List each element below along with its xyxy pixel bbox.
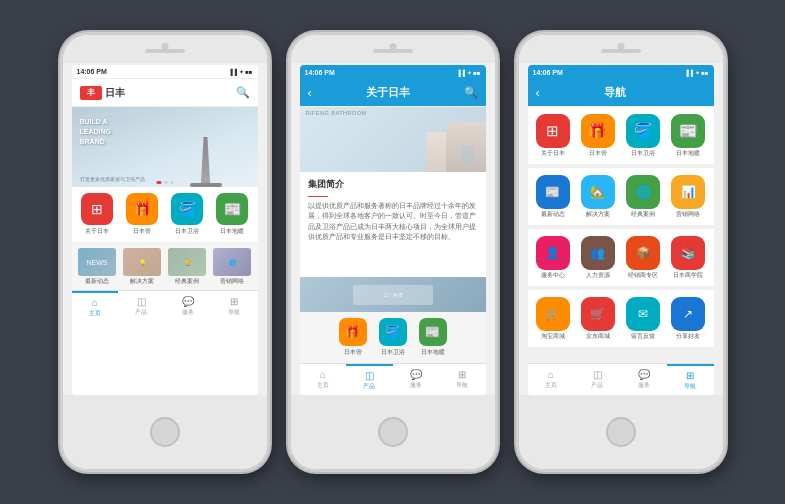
nav-market-label: 营销网络 — [676, 211, 700, 218]
icon-pipe[interactable]: 🎁 日丰管 — [121, 193, 164, 236]
phone-bottom-2 — [291, 395, 495, 469]
nav-guide-2[interactable]: ⊞ 导航 — [439, 364, 486, 395]
prod-icon-warm[interactable]: 📰 日丰地暖 — [419, 318, 447, 357]
nav-dealer-label: 经销商专区 — [628, 272, 658, 279]
nav-hr-label: 人力资源 — [586, 272, 610, 279]
nav-taobao[interactable]: 🛒 淘宝商城 — [532, 297, 574, 340]
nav-warm[interactable]: 📰 日丰地暖 — [667, 114, 709, 157]
nav-about[interactable]: ⊞ 关于日丰 — [532, 114, 574, 157]
news-item-1[interactable]: 💡 解决方案 — [121, 248, 164, 285]
speaker-1 — [145, 49, 185, 53]
nav-service-1[interactable]: 💬 服务 — [165, 291, 212, 322]
nav-jd-label: 京东商城 — [586, 333, 610, 340]
nav-feedback[interactable]: ✉ 留言反馈 — [622, 297, 664, 340]
nav-case[interactable]: 🌐 经典案例 — [622, 175, 664, 218]
products-icon-3: ◫ — [593, 369, 602, 380]
nav-service-label: 服务中心 — [541, 272, 565, 279]
phone-top-2 — [291, 35, 495, 63]
home-button-1[interactable] — [150, 417, 180, 447]
service-icon-1: 💬 — [182, 296, 194, 307]
logo-icon-1: 丰 — [80, 86, 102, 100]
nav-share[interactable]: ↗ 分享好友 — [667, 297, 709, 340]
nav-solution[interactable]: 🏡 解决方案 — [577, 175, 619, 218]
warm-icon: 📰 — [216, 193, 248, 225]
nav-case-icon: 🌐 — [626, 175, 660, 209]
status-time-1: 14:06 PM — [77, 68, 107, 75]
about-hero-text: RIFENG BATHROOM — [306, 110, 367, 116]
prod-icon-bath[interactable]: 🪣 日丰卫浴 — [379, 318, 407, 357]
news-item-0[interactable]: NEWS 最新动态 — [76, 248, 119, 285]
nav-dealer[interactable]: 📦 经销商专区 — [622, 236, 664, 279]
nav-jd-icon: 🛒 — [581, 297, 615, 331]
phone-bottom-3 — [519, 395, 723, 469]
nav-row-1: ⊞ 关于日丰 🎁 日丰管 🪣 日丰卫浴 📰 日丰地暖 — [532, 111, 710, 160]
home-icon-3: ⌂ — [548, 369, 554, 380]
phone-3: 14:06 PM ▐▐ ✦ ■■ ‹ 导航 ⊞ 关于日丰 🎁 日丰管 — [516, 32, 726, 472]
nav-guide-3[interactable]: ⊞ 导航 — [667, 364, 714, 395]
nav-market[interactable]: 📊 营销网络 — [667, 175, 709, 218]
icon-grid-1: ⊞ 关于日丰 🎁 日丰管 🪣 日丰卫浴 📰 日丰地暖 — [72, 187, 258, 242]
news-item-3[interactable]: 🌐 营销网络 — [211, 248, 254, 285]
nav-home-2[interactable]: ⌂ 主页 — [300, 364, 347, 395]
status-bar-1: 14:06 PM ▐▐ ✦ ■■ — [72, 65, 258, 79]
pipe-label: 日丰管 — [133, 227, 151, 236]
nav-products-2[interactable]: ◫ 产品 — [346, 364, 393, 395]
nav-products-1[interactable]: ◫ 产品 — [118, 291, 165, 322]
back-icon-3[interactable]: ‹ — [536, 85, 540, 100]
nav-jd[interactable]: 🛒 京东商城 — [577, 297, 619, 340]
home-button-3[interactable] — [606, 417, 636, 447]
nav-news-label: 最新动态 — [541, 211, 565, 218]
guide-label-2: 导航 — [456, 381, 468, 390]
product-icons-row-2: 🎁 日丰管 🪣 日丰卫浴 📰 日丰地暖 — [300, 312, 486, 363]
icon-about[interactable]: ⊞ 关于日丰 — [76, 193, 119, 236]
nav-products-3[interactable]: ◫ 产品 — [574, 364, 621, 395]
products-icon-2: ◫ — [365, 370, 374, 381]
nav-home-1[interactable]: ⌂ 主页 — [72, 291, 119, 322]
nav-hr[interactable]: 👥 人力资源 — [577, 236, 619, 279]
service-label-1: 服务 — [182, 308, 194, 317]
nav-solution-label: 解决方案 — [586, 211, 610, 218]
service-label-3: 服务 — [638, 381, 650, 390]
guide-label-3: 导航 — [684, 382, 696, 391]
about-label: 关于日丰 — [85, 227, 109, 236]
nav-about-label: 关于日丰 — [541, 150, 565, 157]
prod-icon-pipe[interactable]: 🎁 日丰管 — [339, 318, 367, 357]
nav-home-3[interactable]: ⌂ 主页 — [528, 364, 575, 395]
home-button-2[interactable] — [378, 417, 408, 447]
nav-service-2[interactable]: 💬 服务 — [393, 364, 440, 395]
nav-academy[interactable]: 📚 日丰商学院 — [667, 236, 709, 279]
status-bar-2: 14:06 PM ▐▐ ✦ ■■ — [300, 65, 486, 79]
bath-icon: 🪣 — [171, 193, 203, 225]
news-label-1: 解决方案 — [130, 278, 154, 285]
phone-top-1 — [63, 35, 267, 63]
bath-label: 日丰卫浴 — [175, 227, 199, 236]
nav-pipe[interactable]: 🎁 日丰管 — [577, 114, 619, 157]
nav-feedback-label: 留言反馈 — [631, 333, 655, 340]
service-icon-2: 💬 — [410, 369, 422, 380]
back-icon-2[interactable]: ‹ — [308, 85, 312, 100]
guide-icon-1: ⊞ — [230, 296, 238, 307]
nav-section-2: 📰 最新动态 🏡 解决方案 🌐 经典案例 📊 营销网络 — [528, 168, 714, 225]
search-icon-1[interactable]: 🔍 — [236, 86, 250, 99]
nav-warm-label: 日丰地暖 — [676, 150, 700, 157]
nav-academy-label: 日丰商学院 — [673, 272, 703, 279]
nav-bath[interactable]: 🪣 日丰卫浴 — [622, 114, 664, 157]
header-1: 丰 日丰 🔍 — [72, 79, 258, 107]
nav-service-3[interactable]: 💬 服务 — [621, 364, 668, 395]
icon-warm[interactable]: 📰 日丰地暖 — [211, 193, 254, 236]
status-time-2: 14:06 PM — [305, 69, 335, 76]
nav-news[interactable]: 📰 最新动态 — [532, 175, 574, 218]
nav-service-icon: 👤 — [536, 236, 570, 270]
news-item-2[interactable]: 🏆 经典案例 — [166, 248, 209, 285]
guide-icon-3: ⊞ — [686, 370, 694, 381]
nav-service-center[interactable]: 👤 服务中心 — [532, 236, 574, 279]
nav-guide-1[interactable]: ⊞ 导航 — [211, 291, 258, 322]
nav-row-3: 👤 服务中心 👥 人力资源 📦 经销商专区 📚 日丰商学院 — [532, 233, 710, 282]
warm-label: 日丰地暖 — [220, 227, 244, 236]
nav-grid-content: ⊞ 关于日丰 🎁 日丰管 🪣 日丰卫浴 📰 日丰地暖 — [528, 107, 714, 363]
bottom-nav-3: ⌂ 主页 ◫ 产品 💬 服务 ⊞ 导航 — [528, 363, 714, 395]
phone-screen-3: 14:06 PM ▐▐ ✦ ■■ ‹ 导航 ⊞ 关于日丰 🎁 日丰管 — [528, 65, 714, 395]
search-icon-2[interactable]: 🔍 — [464, 86, 478, 99]
icon-bath[interactable]: 🪣 日丰卫浴 — [166, 193, 209, 236]
about-title-2: 集团简介 — [308, 178, 478, 191]
